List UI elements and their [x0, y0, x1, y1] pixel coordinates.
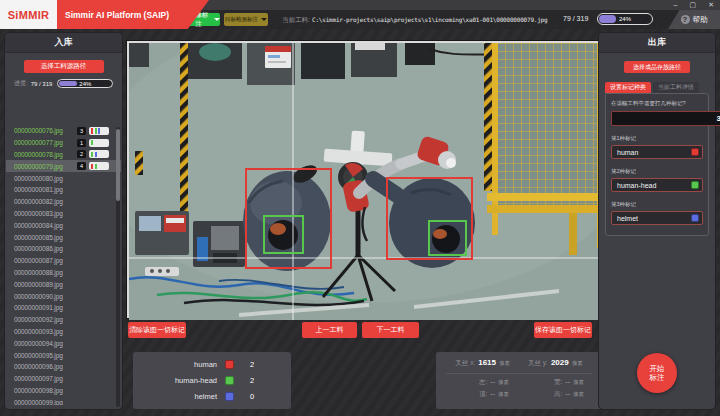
choose-output-path-button[interactable]: 选择成品存放路径 [624, 61, 690, 73]
mode-dropdown-detection[interactable]: 目标检测标注 [224, 13, 268, 26]
save-marks-button[interactable]: 保存该图一切标记 [534, 322, 592, 338]
file-row[interactable]: 00000000088.jpg [6, 267, 121, 279]
mark-type-input[interactable]: helmet [611, 211, 703, 225]
legend-color-chip [225, 376, 234, 385]
bbox-human-head[interactable] [428, 220, 467, 256]
file-row[interactable]: 00000000092.jpg [6, 314, 121, 326]
list-progress-count: 79 / 319 [31, 81, 53, 87]
file-row[interactable]: 00000000077.jpg1 [6, 137, 121, 149]
mark-type-group: 第1种标记human [611, 135, 703, 159]
cross-y-value: 2029 [551, 358, 569, 367]
type-count-question: 在该幅工料中需要打几种标记? [611, 100, 703, 107]
type-count-input[interactable] [611, 111, 720, 126]
box-width-value: -- [565, 378, 570, 385]
label-groups: 第1种标记human第2种标记human-head第3种标记helmet [611, 135, 703, 225]
file-name: 00000000080.jpg [14, 175, 63, 182]
file-row[interactable]: 00000000085.jpg [6, 231, 121, 243]
file-row[interactable]: 00000000098.jpg [6, 385, 121, 397]
chevron-down-icon [261, 18, 267, 21]
file-row[interactable]: 00000000087.jpg [6, 255, 121, 267]
file-name: 00000000087.jpg [14, 257, 63, 264]
file-row[interactable]: 00000000084.jpg [6, 219, 121, 231]
file-row[interactable]: 00000000091.jpg [6, 302, 121, 314]
tab-item-details[interactable]: 当前工料详情 [653, 82, 699, 93]
cross-y-label: 叉丝 y: [528, 359, 548, 368]
mark-type-group: 第2种标记human-head [611, 168, 703, 192]
file-name: 00000000081.jpg [14, 186, 63, 193]
file-row[interactable]: 00000000082.jpg [6, 196, 121, 208]
app-logo: SiMMIR [0, 0, 57, 29]
choose-source-path-button[interactable]: 选择工料源路径 [24, 60, 104, 73]
box-top-value: -- [490, 390, 495, 397]
start-annotation-button[interactable]: 开始 标注 [637, 353, 677, 393]
outbound-panel-title: 出库 [599, 33, 715, 53]
mark-colors-chip [89, 139, 109, 147]
mark-type-value: human [617, 149, 691, 156]
legend-count: 0 [234, 392, 270, 401]
file-name: 00000000099.jpg [14, 399, 63, 405]
file-row[interactable]: 00000000080.jpg [6, 172, 121, 184]
prev-item-button[interactable]: 上一工料 [302, 322, 357, 338]
current-file-label: 当前工料: [282, 16, 310, 25]
next-item-button[interactable]: 下一工料 [362, 322, 419, 338]
legend-row: human2 [133, 358, 291, 371]
file-row[interactable]: 00000000090.jpg [6, 290, 121, 302]
file-row[interactable]: 00000000094.jpg [6, 337, 121, 349]
mark-type-input[interactable]: human [611, 145, 703, 159]
file-name: 00000000085.jpg [14, 234, 63, 241]
file-name: 00000000079.jpg [14, 163, 63, 170]
annotation-canvas[interactable] [127, 41, 604, 318]
file-row[interactable]: 00000000099.jpg [6, 396, 121, 405]
maximize-icon[interactable]: ▢ [690, 0, 697, 10]
file-row[interactable]: 00000000086.jpg [6, 243, 121, 255]
file-row[interactable]: 00000000089.jpg [6, 278, 121, 290]
file-row[interactable]: 00000000096.jpg [6, 361, 121, 373]
legend-label: helmet [133, 392, 217, 401]
file-row[interactable]: 00000000083.jpg [6, 208, 121, 220]
file-row[interactable]: 00000000078.jpg2 [6, 149, 121, 161]
app-title: Simmir AI Platform (SAIP) [57, 10, 169, 20]
file-row[interactable]: 00000000081.jpg [6, 184, 121, 196]
file-name: 00000000093.jpg [14, 328, 63, 335]
app-title-banner: Simmir AI Platform (SAIP) [57, 0, 209, 29]
mode-detect-label: 目标检测标注 [225, 16, 258, 23]
file-name: 00000000077.jpg [14, 139, 63, 146]
coordinate-info-panel: 叉丝 x: 1615 像素 叉丝 y: 2029 像素 左:--像素 宽:--像… [436, 352, 602, 409]
file-row[interactable]: 00000000095.jpg [6, 349, 121, 361]
mark-count-badge: 2 [77, 150, 86, 158]
mark-type-input[interactable]: human-head [611, 178, 703, 192]
scrollbar-thumb[interactable] [116, 129, 120, 201]
help-label: 帮助 [693, 15, 708, 25]
file-row[interactable]: 00000000097.jpg [6, 373, 121, 385]
mark-colors-chip [89, 162, 109, 170]
legend-count: 2 [234, 376, 270, 385]
list-progress-bar: 24% [57, 79, 113, 88]
file-row[interactable]: 00000000076.jpg3 [6, 125, 121, 137]
legend-count: 2 [234, 360, 270, 369]
tab-mark-types[interactable]: 设置标记种类 [605, 82, 651, 93]
current-file-path: C:\simmir-projects\saip\projects\s1\inco… [312, 16, 522, 23]
cross-x-label: 叉丝 x: [455, 359, 475, 368]
close-icon[interactable]: ✕ [708, 0, 714, 10]
bbox-human-head[interactable] [263, 215, 304, 254]
file-row[interactable]: 00000000079.jpg4 [6, 160, 121, 172]
mark-count-badge: 4 [77, 162, 86, 170]
mark-color-swatch[interactable] [691, 181, 699, 189]
file-name: 00000000082.jpg [14, 198, 63, 205]
box-height-value: -- [565, 390, 570, 397]
clear-marks-button[interactable]: 清除该图一切标记 [128, 322, 186, 338]
file-name: 00000000097.jpg [14, 375, 63, 382]
mark-type-title: 第3种标记 [611, 201, 703, 208]
mark-color-swatch[interactable] [691, 214, 699, 222]
mark-colors-chip [89, 150, 109, 158]
bbox-layer [129, 43, 602, 316]
header-progress-count: 79 / 319 [563, 15, 588, 22]
minimize-icon[interactable]: – [674, 0, 678, 10]
mark-type-title: 第2种标记 [611, 168, 703, 175]
file-row[interactable]: 00000000093.jpg [6, 326, 121, 338]
mark-type-value: helmet [617, 215, 691, 222]
mark-color-swatch[interactable] [691, 148, 699, 156]
file-name: 00000000096.jpg [14, 363, 63, 370]
cross-x-value: 1615 [478, 358, 496, 367]
file-list-scrollbar[interactable] [116, 127, 120, 407]
